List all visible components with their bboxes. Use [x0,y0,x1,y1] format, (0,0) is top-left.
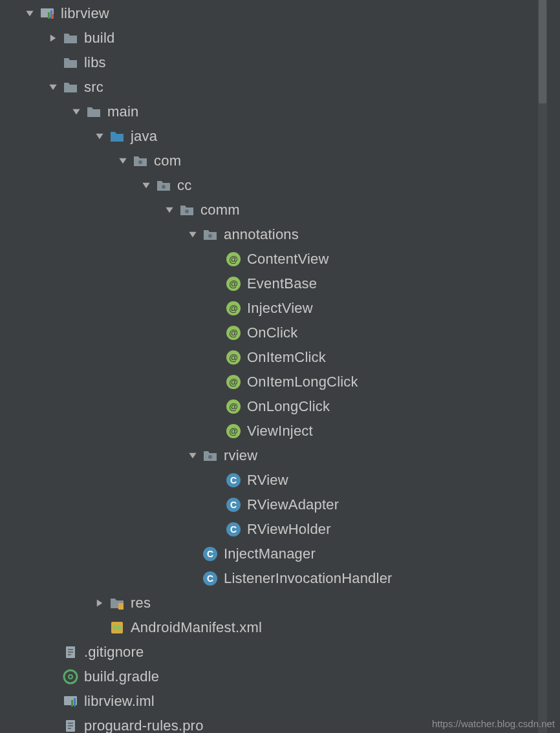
chevron-down-icon[interactable] [186,449,199,462]
class-icon: C [225,472,242,489]
tree-item-package-comm[interactable]: comm [0,198,538,222]
svg-text:@: @ [229,401,238,412]
tree-item-annotation-file[interactable]: @OnLongClick [0,394,538,419]
tree-item-package-rview[interactable]: rview [0,443,538,468]
chevron-down-icon[interactable] [47,81,59,94]
tree-item-label: RViewHolder [247,521,331,538]
tree-item-label: src [84,79,103,96]
tree-item-class-file[interactable]: CInjectManager [0,542,538,566]
svg-text:C: C [230,524,237,535]
source-folder-icon [109,128,125,145]
svg-text:C: C [207,549,213,559]
tree-item-label: ViewInject [247,423,313,440]
tree-item-libs-folder[interactable]: libs [0,50,538,75]
tree-item-gradle-file[interactable]: build.gradle [0,664,538,689]
svg-point-16 [208,234,212,238]
svg-marker-15 [189,232,196,237]
svg-point-14 [185,209,189,213]
svg-point-34 [208,455,212,459]
tree-item-annotation-file[interactable]: @OnClick [0,321,538,345]
tree-item-annotation-file[interactable]: @OnItemClick [0,345,538,370]
scroll-thumb[interactable] [539,0,546,103]
tree-item-annotation-file[interactable]: @ViewInject [0,419,538,443]
chevron-down-icon[interactable] [186,228,199,241]
folder-icon [62,30,79,47]
chevron-down-icon[interactable] [163,204,176,217]
gradle-icon [62,668,79,685]
tree-item-label: OnClick [247,324,297,341]
chevron-down-icon[interactable] [70,105,83,118]
tree-item-package-cc[interactable]: cc [0,173,538,198]
tree-item-build-folder[interactable]: build [0,26,538,50]
tree-item-manifest-file[interactable]: AndroidManifest.xml [0,615,538,640]
svg-marker-0 [26,11,33,16]
manifest-icon [109,619,125,636]
watermark-text: https://watcher.blog.csdn.net [432,718,555,729]
tree-item-annotation-file[interactable]: @OnItemLongClick [0,370,538,394]
svg-marker-7 [72,109,80,114]
folder-icon [85,103,102,120]
svg-text:@: @ [229,426,238,436]
svg-marker-45 [97,599,102,606]
tree-item-class-file[interactable]: CListenerInvocationHandler [0,566,538,591]
tree-item-label: AndroidManifest.xml [131,619,262,636]
tree-item-gitignore-file[interactable]: .gitignore [0,640,538,664]
tree-item-res-folder[interactable]: res [0,591,538,615]
svg-text:@: @ [229,328,238,338]
annotation-icon: @ [225,251,242,268]
tree-item-label: main [107,103,139,120]
tree-item-label: librview [61,5,109,22]
tree-item-label: OnItemClick [247,349,326,366]
svg-rect-52 [68,652,73,653]
tree-item-label: ContentView [247,251,329,268]
tree-item-class-file[interactable]: CRViewAdapter [0,493,538,517]
chevron-right-icon[interactable] [47,32,59,45]
tree-item-label: com [154,153,181,169]
tree-item-src-folder[interactable]: src [0,75,538,100]
package-icon [155,177,172,194]
svg-text:@: @ [229,279,238,289]
svg-text:@: @ [229,303,238,313]
tree-item-annotation-file[interactable]: @InjectView [0,296,538,321]
resources-folder-icon [109,595,125,611]
chevron-down-icon[interactable] [93,130,106,143]
annotation-icon: @ [225,324,242,341]
package-icon [178,202,195,218]
tree-item-label: proguard-rules.pro [84,717,204,733]
svg-rect-53 [68,654,71,655]
chevron-right-icon[interactable] [93,597,106,610]
svg-rect-57 [71,700,73,706]
vertical-scrollbar[interactable] [538,0,547,733]
chevron-down-icon[interactable] [23,7,36,20]
tree-item-class-file[interactable]: CRViewHolder [0,517,538,542]
svg-rect-61 [68,725,73,727]
svg-rect-2 [48,12,50,19]
class-icon: C [202,570,219,587]
class-icon: C [225,496,242,513]
tree-item-module-root[interactable]: librview [0,1,538,26]
svg-point-55 [69,675,72,679]
svg-text:C: C [207,573,213,584]
tree-item-annotation-file[interactable]: @EventBase [0,271,538,296]
tree-item-class-file[interactable]: CRView [0,468,538,493]
tree-item-package-com[interactable]: com [0,149,538,173]
svg-rect-46 [118,603,124,610]
package-icon [202,447,219,464]
tree-item-iml-file[interactable]: librview.iml [0,689,538,714]
text-file-icon [62,717,79,733]
chevron-down-icon[interactable] [116,154,129,167]
annotation-icon: @ [225,349,242,366]
tree-item-package-annotations[interactable]: annotations [0,222,538,247]
tree-item-label: ListenerInvocationHandler [224,570,393,587]
annotation-icon: @ [225,374,242,390]
tree-item-annotation-file[interactable]: @ContentView [0,247,538,271]
chevron-down-icon[interactable] [140,179,153,192]
svg-marker-5 [50,34,56,41]
module-icon [39,5,56,22]
tree-item-java-folder[interactable]: java [0,124,538,149]
tree-item-main-folder[interactable]: main [0,100,538,124]
tree-item-label: librview.iml [84,693,155,710]
tree-item-label: EventBase [247,275,317,292]
tree-item-label: RView [247,472,288,489]
svg-marker-6 [49,85,56,90]
